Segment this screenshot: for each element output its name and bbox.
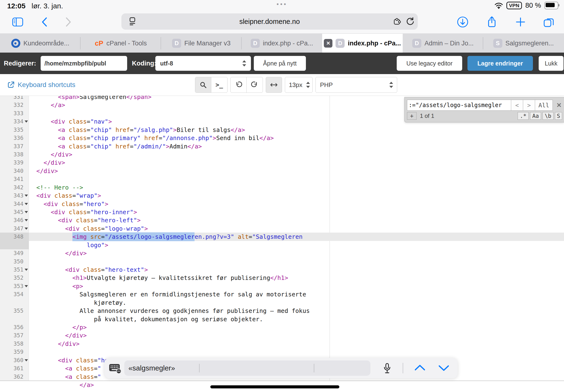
browser-tab-1[interactable]: Kundeområde... xyxy=(0,34,81,53)
line-number: 344 xyxy=(0,200,23,208)
terminal-icon: >_ xyxy=(216,81,223,88)
browser-tab-3[interactable]: DFile Manager v3 xyxy=(161,34,242,53)
keyboard-shortcuts-link[interactable]: Keyboard shortcuts xyxy=(7,74,75,96)
code-line[interactable]: 355 Alle annonser vurderes og godkjennes… xyxy=(0,307,564,315)
find-word-toggle[interactable]: \b xyxy=(542,112,553,120)
code-line[interactable]: 344 <div class="hero"> xyxy=(0,200,564,208)
favicon-letter-icon: D xyxy=(336,39,345,48)
syntax-select[interactable]: PHP xyxy=(316,77,397,93)
extensions-puzzle-icon[interactable] xyxy=(391,13,403,30)
find-next-button[interactable]: > xyxy=(523,100,535,111)
find-regex-toggle[interactable]: .* xyxy=(518,112,529,120)
close-button[interactable]: Lukk xyxy=(539,56,564,71)
browser-tab-4[interactable]: Dindex.php - cPa... xyxy=(242,34,322,53)
find-panel: :="/assets/logo-salgsmegler < > All ✕ + … xyxy=(404,97,564,122)
fold-arrow-icon[interactable] xyxy=(25,359,28,361)
code-line[interactable]: 356 </p> xyxy=(0,323,564,332)
code-line[interactable]: 354 Salgsmegleren er en formidlingstjene… xyxy=(0,290,564,298)
code-line[interactable]: 358 </div> xyxy=(0,340,564,348)
code-text: på kvalitet, dokumentasjon og seriøse ob… xyxy=(29,315,263,323)
forward-button[interactable] xyxy=(63,11,75,33)
fold-arrow-icon[interactable] xyxy=(25,120,28,123)
reopen-button[interactable]: Åpne på nytt xyxy=(254,56,306,71)
line-number: 334 xyxy=(0,117,23,126)
fold-arrow-icon[interactable] xyxy=(25,227,28,230)
tab-label: Admin – Din Jo... xyxy=(425,40,474,47)
find-prev-button[interactable]: < xyxy=(511,100,523,111)
code-text: <div class="nav"> xyxy=(29,117,112,126)
find-all-button[interactable]: All xyxy=(535,100,553,111)
code-line[interactable]: logo"> xyxy=(0,241,564,249)
encoding-select[interactable]: utf-8 xyxy=(155,56,251,71)
fold-arrow-icon[interactable] xyxy=(25,203,28,205)
code-editor[interactable]: 331 <span>Salgsmegleren</span>332 </a>33… xyxy=(0,96,564,392)
code-line[interactable]: 337 <a class="chip" href="/admin/">Admin… xyxy=(0,142,564,151)
file-path-field[interactable]: /home/mzmbpfib/publ xyxy=(41,56,127,71)
find-case-toggle[interactable]: Aa xyxy=(530,112,541,120)
suggestion-chip[interactable]: «salgsmegler» xyxy=(124,361,179,376)
font-size-select[interactable]: 13px xyxy=(285,77,313,93)
browser-tab-7[interactable]: SSalgsmegleren... xyxy=(483,34,564,53)
new-tab-plus-icon[interactable] xyxy=(514,11,527,33)
fold-arrow-icon[interactable] xyxy=(25,211,28,213)
tab-overview-icon[interactable] xyxy=(542,11,555,33)
code-line[interactable]: 341 xyxy=(0,175,564,183)
scroll-down-chevron-icon[interactable] xyxy=(438,365,450,371)
find-close-icon[interactable]: ✕ xyxy=(556,102,562,109)
reload-icon[interactable] xyxy=(404,13,416,30)
word-wrap-button[interactable] xyxy=(266,77,282,93)
undo-button[interactable] xyxy=(231,77,247,93)
code-text: </p> xyxy=(29,323,87,332)
code-line[interactable]: 359 xyxy=(0,348,564,356)
code-line[interactable]: 353 <p> xyxy=(0,282,564,290)
code-line[interactable]: 352 <h1>Utvalgte kjøretøy – kvalitetssik… xyxy=(0,274,564,282)
code-line[interactable]: 349 </div> xyxy=(0,249,564,257)
code-line[interactable]: 338 </div> xyxy=(0,150,564,159)
fold-arrow-icon[interactable] xyxy=(25,219,28,221)
code-line[interactable]: på kvalitet, dokumentasjon og seriøse ob… xyxy=(0,315,564,323)
code-line[interactable]: 343 <div class="wrap"> xyxy=(0,192,564,200)
code-line[interactable]: 347 <div class="logo-wrap"> xyxy=(0,224,564,233)
code-line[interactable]: 340 </div> xyxy=(0,167,564,175)
scroll-up-chevron-icon[interactable] xyxy=(414,364,426,371)
find-selection-toggle[interactable]: S xyxy=(555,112,562,120)
keyboard-dismiss-icon[interactable] xyxy=(109,362,122,374)
share-icon[interactable] xyxy=(485,11,498,33)
favicon-letter-icon: D xyxy=(251,39,260,48)
code-line[interactable]: 335 <a class="chip" href="/salg.php">Bil… xyxy=(0,126,564,134)
fold-arrow-icon[interactable] xyxy=(25,285,28,287)
code-line[interactable]: 345 <div class="hero-inner"> xyxy=(0,208,564,216)
status-time: 12:05 xyxy=(7,2,26,10)
tab-close-icon[interactable]: ✕ xyxy=(324,39,332,48)
code-line[interactable]: 342 <!-- Hero --> xyxy=(0,183,564,192)
code-line[interactable]: 346 <div class="hero-left"> xyxy=(0,216,564,224)
code-line[interactable]: 339 </div> xyxy=(0,158,564,167)
downloads-icon[interactable] xyxy=(456,11,469,33)
code-line[interactable]: 350 xyxy=(0,257,564,266)
terminal-button[interactable]: >_ xyxy=(211,77,227,93)
fold-arrow-icon[interactable] xyxy=(25,269,28,271)
find-add-button[interactable]: + xyxy=(407,112,416,120)
address-bar[interactable]: sleipner.domene.no xyxy=(121,13,418,30)
browser-tab-2[interactable]: cPcPanel - Tools xyxy=(81,34,161,53)
back-button[interactable] xyxy=(38,11,50,33)
line-number: 349 xyxy=(0,249,23,257)
legacy-editor-button[interactable]: Use legacy editor xyxy=(397,56,462,71)
dictation-mic-icon[interactable] xyxy=(383,363,391,374)
save-button[interactable]: Lagre endringer xyxy=(468,56,533,71)
code-line[interactable]: 336 <a class="chip primary" href="/annon… xyxy=(0,134,564,142)
status-right-cluster: VPN 80 % xyxy=(495,1,558,9)
find-input[interactable]: :="/assets/logo-salgsmegler xyxy=(407,100,511,111)
code-line[interactable]: 351 <div class="hero-text"> xyxy=(0,266,564,274)
home-indicator[interactable] xyxy=(210,385,339,388)
sidebar-toggle-icon[interactable] xyxy=(11,11,25,33)
fold-arrow-icon[interactable] xyxy=(25,195,28,197)
browser-tab-5[interactable]: ✕Dindex.php - cPa... xyxy=(322,34,403,53)
code-line[interactable]: 348 <img src="/assets/logo-salgsmegleren… xyxy=(0,233,564,241)
search-button[interactable] xyxy=(195,77,211,93)
redo-button[interactable] xyxy=(247,77,263,93)
code-line[interactable]: kjøretøy. xyxy=(0,298,564,307)
browser-tab-6[interactable]: DAdmin – Din Jo... xyxy=(403,34,483,53)
status-center-dots[interactable]: ••• xyxy=(273,0,291,8)
code-line[interactable]: 357 </div> xyxy=(0,331,564,340)
